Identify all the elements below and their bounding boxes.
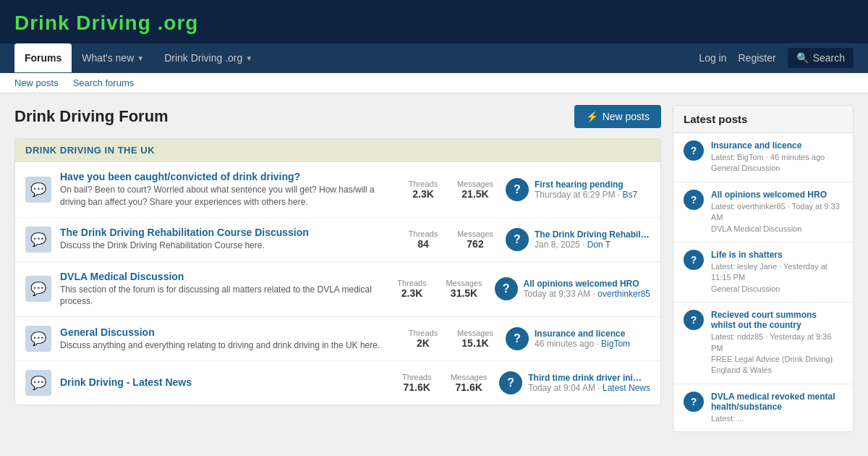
sidebar: Latest posts ? Insurance and licence Lat… bbox=[673, 105, 854, 432]
latest-meta-3: 46 minutes ago · BigTom bbox=[535, 339, 630, 349]
forum-info-2: DVLA Medical Discussion This section of … bbox=[60, 271, 382, 308]
page-header: Drink Driving Forum ⚡ New posts bbox=[14, 105, 661, 128]
sidebar-avatar-0: ? bbox=[684, 140, 704, 161]
main-content: Drink Driving Forum ⚡ New posts DRINK DR… bbox=[0, 93, 868, 444]
subnav-new-posts[interactable]: New posts bbox=[14, 77, 59, 88]
forum-name-2[interactable]: DVLA Medical Discussion bbox=[60, 271, 382, 282]
forum-stats-threads-2: Threads 2.3K bbox=[391, 279, 434, 299]
latest-meta-2: Today at 9:33 AM · overthinker85 bbox=[524, 289, 650, 299]
forum-stats-threads-0: Threads 2.3K bbox=[401, 180, 445, 200]
latest-title-3[interactable]: Insurance and licence bbox=[535, 329, 630, 339]
page-title: Drink Driving Forum bbox=[14, 107, 169, 126]
sub-nav: New posts Search forums bbox=[0, 73, 868, 93]
latest-title-2[interactable]: All opinions welcomed HRO bbox=[524, 279, 639, 289]
drink-driving-chevron-icon: ▼ bbox=[245, 54, 252, 62]
nav-whats-new[interactable]: What's new ▼ bbox=[72, 43, 154, 72]
category-header: DRINK DRIVING IN THE UK bbox=[15, 139, 660, 162]
forum-icon-1: 💬 bbox=[25, 227, 51, 253]
latest-info-0: First hearing pending Thursday at 6:29 P… bbox=[535, 180, 637, 200]
forum-row: 💬 The Drink Driving Rehabilitation Cours… bbox=[15, 218, 660, 262]
sidebar-link-0[interactable]: Insurance and licence bbox=[711, 140, 843, 151]
nav-register[interactable]: Register bbox=[739, 49, 776, 67]
sidebar-content-4: DVLA medical revoked mental health/subst… bbox=[711, 392, 843, 424]
sidebar-item-3: ? Recieved court summons whilst out the … bbox=[673, 303, 853, 384]
forum-row: 💬 Drink Driving - Latest News Threads 71… bbox=[15, 361, 660, 405]
nav-left: Forums What's new ▼ Drink Driving .org ▼ bbox=[14, 43, 699, 72]
nav-login[interactable]: Log in bbox=[699, 49, 726, 67]
forum-latest-2: ? All opinions welcomed HRO Today at 9:3… bbox=[495, 277, 650, 300]
forum-latest-0: ? First hearing pending Thursday at 6:29… bbox=[506, 178, 650, 201]
latest-info-2: All opinions welcomed HRO Today at 9:33 … bbox=[524, 279, 650, 299]
sidebar-link-3[interactable]: Recieved court summons whilst out the co… bbox=[711, 310, 843, 330]
forum-desc-0: On bail? Been to court? Worried about wh… bbox=[60, 184, 393, 208]
latest-title-0[interactable]: First hearing pending bbox=[535, 180, 637, 190]
sidebar-item-4: ? DVLA medical revoked mental health/sub… bbox=[673, 384, 853, 431]
forum-icon-0: 💬 bbox=[25, 177, 51, 203]
forum-latest-1: ? The Drink Driving Rehabilitation Cou..… bbox=[506, 228, 650, 251]
forum-desc-3: Discuss anything and everything relating… bbox=[60, 339, 393, 352]
forum-icon-4: 💬 bbox=[25, 370, 51, 396]
latest-meta-4: Today at 9:04 AM · Latest News bbox=[528, 383, 650, 393]
sidebar-meta-1: Latest: overthinker85 · Today at 9:33 AM… bbox=[711, 201, 843, 235]
new-posts-button[interactable]: ⚡ New posts bbox=[574, 105, 661, 128]
latest-title-4[interactable]: Third time drink driver initially appea.… bbox=[528, 373, 644, 383]
forum-icon-3: 💬 bbox=[25, 326, 51, 352]
forum-desc-1: Discuss the Drink Driving Rehabilitation… bbox=[60, 240, 393, 252]
forum-name-4[interactable]: Drink Driving - Latest News bbox=[60, 376, 386, 388]
sidebar-header: Latest posts bbox=[673, 106, 853, 133]
forum-info-3: General Discussion Discuss anything and … bbox=[60, 326, 393, 352]
sidebar-content-2: Life is in shatters Latest: lesley Jane … bbox=[711, 250, 843, 295]
sidebar-link-1[interactable]: All opinions welcomed HRO bbox=[711, 190, 843, 200]
sidebar-content-0: Insurance and licence Latest: BigTom · 4… bbox=[711, 140, 843, 174]
forum-name-0[interactable]: Have you been caught/convicted of drink … bbox=[60, 171, 393, 182]
sidebar-meta-3: Latest: riddz85 · Yesterday at 9:36 PM F… bbox=[711, 332, 843, 376]
latest-meta-1: Jan 8, 2025 · Don T bbox=[535, 240, 650, 250]
forum-stats-messages-3: Messages 15.1K bbox=[454, 329, 497, 349]
latest-info-4: Third time drink driver initially appea.… bbox=[528, 373, 650, 393]
sidebar-avatar-2: ? bbox=[684, 250, 704, 270]
lightning-icon: ⚡ bbox=[586, 111, 598, 122]
sidebar-link-4[interactable]: DVLA medical revoked mental health/subst… bbox=[711, 392, 843, 412]
forum-stats-threads-1: Threads 84 bbox=[401, 229, 445, 250]
forum-desc-2: This section of the forum is for discuss… bbox=[60, 284, 382, 308]
forum-row: 💬 General Discussion Discuss anything an… bbox=[15, 317, 660, 361]
latest-title-1[interactable]: The Drink Driving Rehabilitation Cou... bbox=[535, 229, 650, 240]
nav-search[interactable]: 🔍 Search bbox=[788, 48, 854, 68]
forum-info-0: Have you been caught/convicted of drink … bbox=[60, 171, 393, 208]
sidebar-avatar-3: ? bbox=[684, 310, 704, 330]
nav-bar: Forums What's new ▼ Drink Driving .org ▼… bbox=[0, 43, 868, 73]
nav-drink-driving[interactable]: Drink Driving .org ▼ bbox=[154, 43, 263, 72]
forum-stats-messages-0: Messages 21.5K bbox=[454, 180, 497, 200]
whats-new-chevron-icon: ▼ bbox=[137, 54, 144, 62]
latest-avatar-0: ? bbox=[506, 178, 529, 201]
sidebar-link-2[interactable]: Life is in shatters bbox=[711, 250, 843, 260]
forum-name-3[interactable]: General Discussion bbox=[60, 326, 393, 338]
category-block: DRINK DRIVING IN THE UK 💬 Have you been … bbox=[14, 138, 661, 405]
forum-info-1: The Drink Driving Rehabilitation Course … bbox=[60, 227, 393, 252]
latest-avatar-4: ? bbox=[499, 371, 522, 394]
forum-name-1[interactable]: The Drink Driving Rehabilitation Course … bbox=[60, 227, 393, 238]
forum-row: 💬 DVLA Medical Discussion This section o… bbox=[15, 262, 660, 318]
latest-info-1: The Drink Driving Rehabilitation Cou... … bbox=[535, 229, 650, 250]
forum-latest-3: ? Insurance and licence 46 minutes ago ·… bbox=[506, 327, 650, 350]
sidebar-meta-2: Latest: lesley Jane · Yesterday at 11:15… bbox=[711, 261, 843, 295]
sidebar-box: Latest posts ? Insurance and licence Lat… bbox=[673, 105, 854, 432]
sidebar-content-1: All opinions welcomed HRO Latest: overth… bbox=[711, 190, 843, 235]
latest-avatar-1: ? bbox=[506, 228, 529, 251]
subnav-search-forums[interactable]: Search forums bbox=[73, 77, 135, 88]
latest-info-3: Insurance and licence 46 minutes ago · B… bbox=[535, 329, 630, 349]
latest-meta-0: Thursday at 6:29 PM · Bs7 bbox=[535, 190, 637, 200]
sidebar-meta-4: Latest: ... bbox=[711, 413, 843, 424]
forum-main: Drink Driving Forum ⚡ New posts DRINK DR… bbox=[14, 105, 661, 432]
sidebar-content-3: Recieved court summons whilst out the co… bbox=[711, 310, 843, 376]
nav-forums[interactable]: Forums bbox=[14, 43, 72, 72]
forum-stats-messages-1: Messages 762 bbox=[454, 229, 497, 250]
sidebar-item-2: ? Life is in shatters Latest: lesley Jan… bbox=[673, 242, 853, 303]
forum-stats-messages-4: Messages 71.6K bbox=[447, 373, 490, 393]
forum-latest-4: ? Third time drink driver initially appe… bbox=[499, 371, 650, 394]
latest-avatar-2: ? bbox=[495, 277, 518, 300]
sidebar-meta-0: Latest: BigTom · 46 minutes ago General … bbox=[711, 152, 843, 174]
sidebar-item-0: ? Insurance and licence Latest: BigTom ·… bbox=[673, 133, 853, 182]
forum-stats-threads-3: Threads 2K bbox=[401, 329, 445, 349]
sidebar-item-1: ? All opinions welcomed HRO Latest: over… bbox=[673, 182, 853, 242]
